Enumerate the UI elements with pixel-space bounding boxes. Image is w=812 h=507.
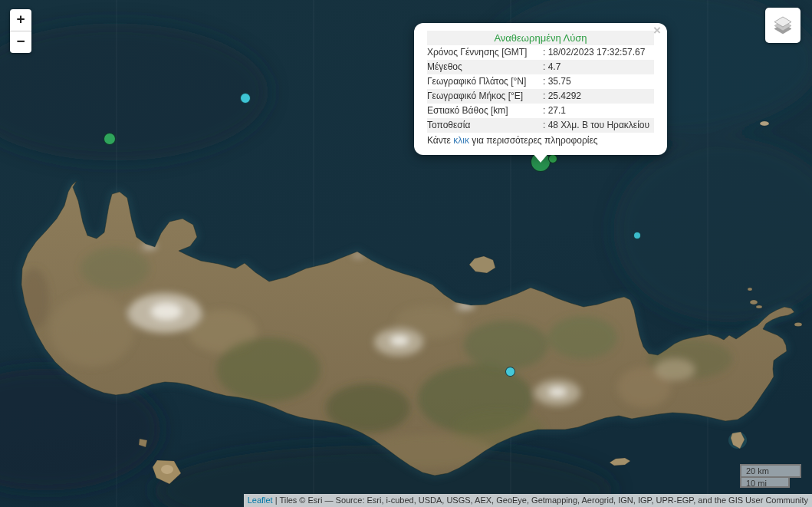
popup-row-magnitude: Μέγεθος : 4.7 xyxy=(427,60,654,74)
popup-title: Αναθεωρημένη Λύση xyxy=(427,31,654,45)
leaflet-link[interactable]: Leaflet xyxy=(248,495,273,505)
event-markers-layer xyxy=(0,0,812,507)
zoom-in-button[interactable]: + xyxy=(10,9,31,31)
attribution-bar: Leaflet | Tiles © Esri — Source: Esri, i… xyxy=(244,494,812,507)
event-marker-1[interactable] xyxy=(548,154,557,163)
zoom-control: + − xyxy=(10,9,31,53)
popup-footer: Κάντε κλικ για περισσότερες πληροφορίες xyxy=(427,133,654,148)
zoom-out-button[interactable]: − xyxy=(10,31,31,53)
popup-row-origin-time: Χρόνος Γέννησης [GMT] : 18/02/2023 17:32… xyxy=(427,45,654,60)
event-marker-2[interactable] xyxy=(240,93,251,104)
scale-control: 20 km 10 mi xyxy=(740,464,801,488)
event-marker-4[interactable] xyxy=(633,232,641,239)
popup-row-latitude: Γεωγραφικό Πλάτος [°N] : 35.75 xyxy=(427,74,654,89)
more-info-link[interactable]: κλικ xyxy=(453,135,469,146)
map-application: Αναθεωρημένη Λύση Χρόνος Γέννησης [GMT] … xyxy=(0,0,812,507)
layers-icon xyxy=(772,15,794,35)
popup-tip xyxy=(532,153,549,163)
popup-row-longitude: Γεωγραφικό Μήκος [°E] : 25.4292 xyxy=(427,89,654,104)
earthquake-popup: Αναθεωρημένη Λύση Χρόνος Γέννησης [GMT] … xyxy=(414,23,667,155)
event-marker-3[interactable] xyxy=(104,133,116,145)
scale-mi: 10 mi xyxy=(740,476,790,488)
attribution-text: Tiles © Esri — Source: Esri, i-cubed, US… xyxy=(279,495,808,505)
popup-row-depth: Εστιακό Βάθος [km] : 27.1 xyxy=(427,104,654,118)
popup-close-button[interactable]: × xyxy=(649,23,665,38)
layers-control-button[interactable] xyxy=(765,8,800,43)
event-marker-5[interactable] xyxy=(505,367,515,377)
popup-row-location: Τοποθεσία : 48 Χλμ. Β του Ηρακλείου xyxy=(427,118,654,133)
